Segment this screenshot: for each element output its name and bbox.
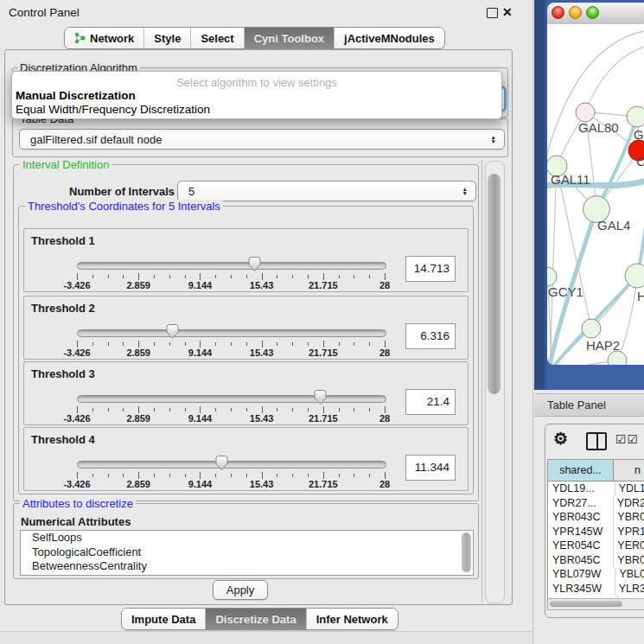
minimize-yellow-icon[interactable]	[569, 6, 582, 19]
column-header-name[interactable]: n	[614, 460, 644, 481]
network-canvas[interactable]: GAL80 G C GAL11 GAL4 GCY1 H HAP2	[547, 24, 644, 365]
slider-scale-label: 9.144	[188, 479, 213, 489]
node-label: GCY1	[548, 284, 583, 299]
number-of-intervals-label: Number of Intervals	[69, 185, 175, 198]
tab-label: Impute Data	[131, 613, 195, 626]
number-of-intervals-value: 5	[188, 185, 194, 198]
slider-scale-label: 21.715	[309, 413, 338, 424]
list-item[interactable]: BetweennessCentrality	[21, 559, 473, 574]
column-header-shared[interactable]: shared...	[548, 460, 614, 481]
panel-divider	[532, 0, 533, 644]
threshold-row: Threshold 1 -3.4262.8599.14415.4321.7152…	[23, 228, 469, 292]
slider-scale-label: -3.426	[63, 348, 90, 358]
zoom-green-icon[interactable]	[586, 6, 599, 19]
slider-track[interactable]	[77, 262, 386, 270]
tab-select[interactable]: Select	[190, 28, 243, 48]
threshold-value-field[interactable]: 11.344	[405, 455, 456, 481]
slider-scale-label: -3.426	[63, 280, 90, 290]
table-row[interactable]: YLR345WYLR3	[548, 582, 644, 596]
dropdown-item-manual-discretization[interactable]: Manual Discretization	[16, 89, 136, 102]
threshold-row: Threshold 2 -3.4262.8599.14415.4321.7152…	[23, 296, 469, 360]
tab-label: Style	[154, 32, 181, 45]
slider-track[interactable]	[77, 395, 386, 403]
table-horizontal-scrollbar[interactable]	[547, 598, 644, 610]
group-title-attributes: Attributes to discretize	[20, 497, 136, 510]
node-gal80[interactable]	[576, 103, 595, 122]
tab-label: Network	[90, 32, 134, 45]
list-item[interactable]: SelfLoops	[21, 531, 473, 545]
node-clipped-right[interactable]	[627, 106, 644, 127]
select-columns-icon[interactable]: ☑☑	[615, 432, 639, 446]
threshold-value-field[interactable]: 14.713	[405, 256, 456, 282]
table-row[interactable]: YBR045CYBR0	[548, 553, 644, 568]
table-body: YDL19...YDL1YDR27...YDR2YBR043CYBR0YPR14…	[548, 481, 644, 599]
close-icon[interactable]: ✕	[502, 6, 513, 18]
control-panel-tabs: Network Style Select Cyni Toolbox jActiv…	[64, 27, 445, 49]
network-icon	[74, 32, 86, 44]
threshold-slider[interactable]: -3.4262.8599.14415.4321.71528	[24, 362, 468, 424]
table-row[interactable]: YDR27...YDR2	[548, 496, 644, 511]
list-item[interactable]: TopologicalCoefficient	[21, 545, 473, 560]
node-bottom[interactable]	[608, 351, 627, 365]
float-icon[interactable]	[487, 8, 498, 18]
hscrollbar-thumb[interactable]	[550, 601, 622, 607]
tab-label: Cyni Toolbox	[254, 32, 324, 45]
combo-arrows-icon: ▲▼	[462, 187, 468, 195]
tab-label: Discretize Data	[215, 613, 296, 626]
tab-label: Infer Network	[316, 613, 388, 626]
node-hap2[interactable]	[582, 319, 601, 338]
tab-style[interactable]: Style	[143, 28, 190, 48]
node-label: H	[637, 289, 644, 303]
gear-icon[interactable]: ⚙	[553, 429, 568, 449]
tab-impute-data[interactable]: Impute Data	[122, 609, 205, 629]
tab-cyni-toolbox[interactable]: Cyni Toolbox	[244, 28, 334, 48]
tab-label: jActiveMNodules	[344, 32, 435, 45]
group-title-interval-definition: Interval Definition	[20, 158, 112, 171]
table-row[interactable]: YER054CYER0	[548, 539, 644, 553]
table-row[interactable]: YDL19...YDL1	[548, 481, 644, 496]
number-of-intervals-combobox[interactable]: 5 ▲▼	[177, 181, 476, 201]
slider-scale-label: 2.859	[126, 348, 150, 358]
slider-scale-label: 2.859	[126, 280, 150, 290]
table-data-value: galFiltered.sif default node	[30, 133, 162, 146]
list-scrollbar[interactable]	[462, 532, 471, 572]
scrollbar-thumb[interactable]	[488, 174, 501, 394]
network-window-titlebar[interactable]	[547, 3, 644, 25]
slider-scale: -3.4262.8599.14415.4321.71528	[24, 348, 468, 358]
dropdown-item-equal-width-frequency[interactable]: Equal Width/Frequency Discretization	[16, 103, 210, 116]
slider-track[interactable]	[77, 461, 386, 469]
table-row[interactable]: YPR145WYPR1	[548, 525, 644, 539]
apply-button[interactable]: Apply	[213, 580, 268, 600]
close-red-icon[interactable]	[552, 6, 564, 19]
tab-network[interactable]: Network	[65, 28, 143, 48]
threshold-value-field[interactable]: 21.4	[405, 389, 456, 415]
threshold-row: Threshold 4 -3.4262.8599.14415.4321.7152…	[23, 427, 469, 491]
slider-thumb-icon[interactable]	[214, 455, 229, 471]
node-label: G	[634, 127, 644, 142]
numerical-attributes-label: Numerical Attributes	[21, 515, 131, 528]
threshold-slider[interactable]: -3.4262.8599.14415.4321.71528	[24, 229, 468, 291]
slider-thumb-icon[interactable]	[313, 389, 328, 405]
tab-infer-network[interactable]: Infer Network	[306, 609, 398, 629]
table-data-combobox[interactable]: galFiltered.sif default node ▲▼	[19, 129, 505, 150]
node-table: shared... n YDL19...YDL1YDR27...YDR2YBR0…	[547, 459, 644, 599]
numerical-attributes-list[interactable]: SelfLoopsTopologicalCoefficientBetweenne…	[20, 530, 474, 576]
threshold-slider[interactable]: -3.4262.8599.14415.4321.71528	[24, 428, 468, 490]
threshold-value-field[interactable]: 6.316	[405, 323, 456, 349]
node-label: GAL80	[578, 120, 619, 135]
table-row[interactable]: YBR043CYBR0	[548, 510, 644, 525]
table-row[interactable]: YBL079WYBL0	[548, 567, 644, 582]
tab-discretize-data[interactable]: Discretize Data	[205, 609, 305, 629]
tab-jactivemnodules[interactable]: jActiveMNodules	[334, 28, 444, 48]
node-label: HAP2	[586, 338, 620, 353]
algorithm-dropdown-popup: Select algorithm to view settings Manual…	[11, 71, 502, 119]
slider-thumb-icon[interactable]	[247, 256, 262, 272]
slider-track[interactable]	[77, 329, 386, 337]
split-column-icon[interactable]	[586, 432, 607, 450]
slider-scale-label: 28	[379, 479, 390, 489]
threshold-slider[interactable]: -3.4262.8599.14415.4321.71528	[24, 296, 468, 359]
main-vertical-scrollbar[interactable]	[485, 161, 505, 603]
slider-scale-label: 28	[379, 280, 390, 290]
node-gcy1[interactable]	[547, 267, 557, 286]
slider-thumb-icon[interactable]	[165, 323, 180, 340]
